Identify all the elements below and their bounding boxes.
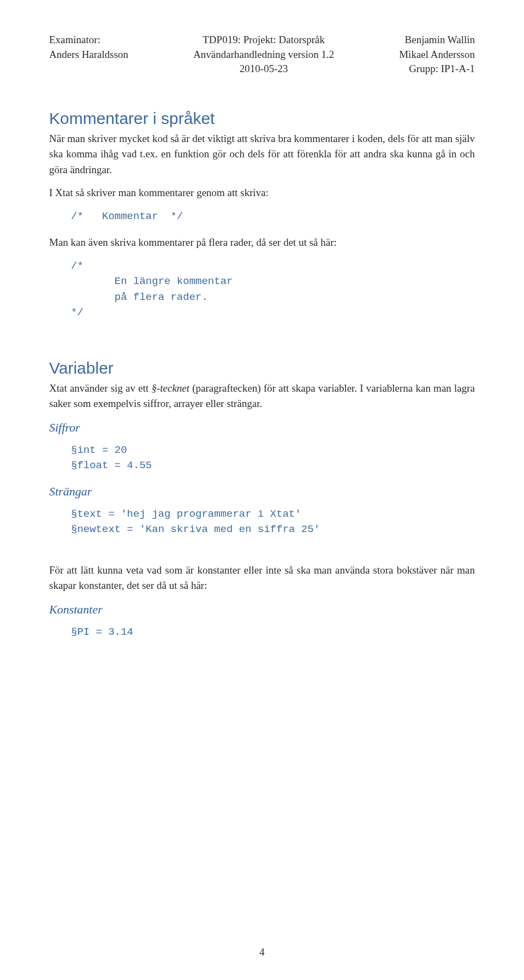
variabler-p2: För att lätt kunna veta vad som är konst… <box>49 563 475 594</box>
author-2: Mikael Andersson <box>399 48 475 62</box>
kommentarer-p3: Man kan även skriva kommentarer på flera… <box>49 235 475 251</box>
section-kommentarer-title: Kommentarer i språket <box>49 109 475 128</box>
header-right: Benjamin Wallin Mikael Andersson Grupp: … <box>399 33 475 76</box>
siffror-code: §int = 20 §float = 4.55 <box>71 442 475 474</box>
author-1: Benjamin Wallin <box>399 33 475 48</box>
konstanter-label: Konstanter <box>49 603 475 617</box>
kommentarer-p2: I Xtat så skriver man kommentarer genom … <box>49 185 475 201</box>
kommentarer-code1: /* Kommentar */ <box>71 209 475 225</box>
page-number: 4 <box>0 946 524 958</box>
konstanter-code: §PI = 3.14 <box>71 624 475 640</box>
doc-date: 2010-05-23 <box>193 62 334 76</box>
variabler-p1-em: §-tecknet <box>151 382 189 394</box>
variabler-p1-a: Xtat använder sig av ett <box>49 382 151 394</box>
kommentarer-code2: /* En längre kommentar på flera rader. *… <box>71 258 475 321</box>
examiner-label: Examinator: <box>49 33 128 48</box>
kommentarer-p1: När man skriver mycket kod så är det vik… <box>49 131 475 178</box>
examiner-name: Anders Haraldsson <box>49 48 128 62</box>
section-variabler-title: Variabler <box>49 359 475 377</box>
document-page: Examinator: Anders Haraldsson TDP019: Pr… <box>0 0 524 980</box>
header-left: Examinator: Anders Haraldsson <box>49 33 128 76</box>
course-title: TDP019: Projekt: Datorspråk <box>193 33 334 48</box>
siffror-label: Siffror <box>49 421 475 435</box>
page-header: Examinator: Anders Haraldsson TDP019: Pr… <box>49 33 475 76</box>
strangar-label: Strängar <box>49 485 475 499</box>
header-center: TDP019: Projekt: Datorspråk Användarhand… <box>193 33 334 76</box>
strangar-code: §text = 'hej jag programmerar i Xtat' §n… <box>71 506 475 538</box>
variabler-p1: Xtat använder sig av ett §-tecknet (para… <box>49 381 475 412</box>
doc-subtitle: Användarhandledning version 1.2 <box>193 48 334 62</box>
group-label: Grupp: IP1-A-1 <box>399 62 475 76</box>
